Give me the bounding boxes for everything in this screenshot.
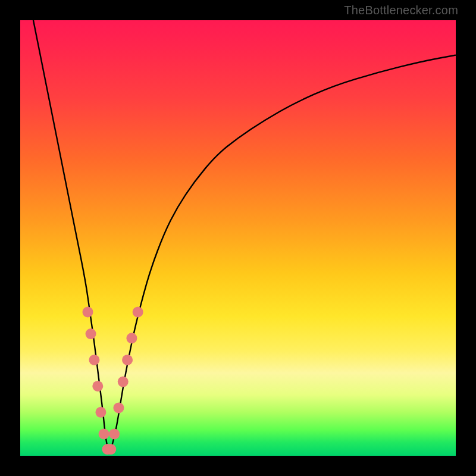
curve-marker [118,377,129,387]
curve-marker [86,328,96,339]
curve-marker [95,407,106,418]
curve-marker [133,306,143,317]
chart-frame: TheBottlenecker.com [0,0,476,476]
attribution-label: TheBottlenecker.com [344,4,458,17]
curve-markers [82,306,143,455]
plot-area [20,20,456,456]
curve-marker [82,306,93,317]
bottleneck-curve-svg [20,20,456,456]
curve-marker [122,355,133,365]
curve-marker [126,333,137,343]
curve-marker [109,428,120,439]
curve-marker [99,428,109,439]
curve-marker [105,444,116,455]
curve-marker [92,381,103,392]
curve-marker [89,355,99,365]
curve-marker [113,402,124,413]
